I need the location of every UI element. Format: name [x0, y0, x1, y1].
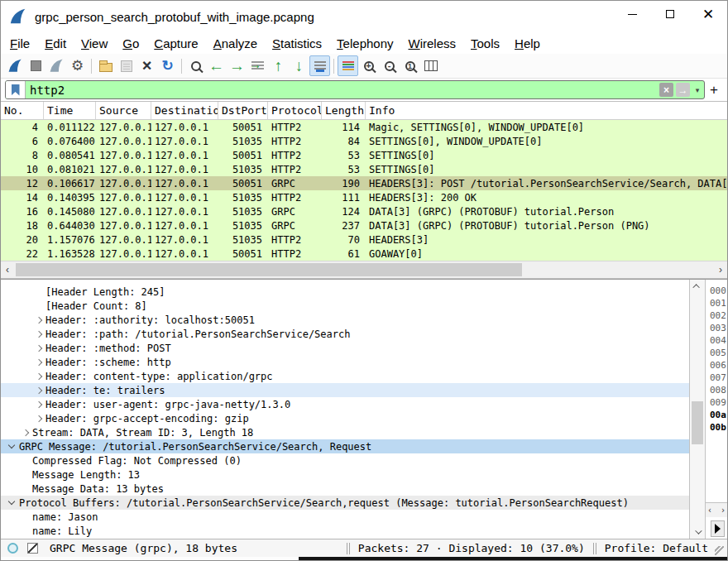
filter-dropdown-button[interactable]: ▾ — [692, 86, 702, 94]
scroll-right-icon[interactable]: › — [714, 261, 727, 278]
chevron-right-icon[interactable] — [32, 369, 46, 383]
go-first-icon[interactable] — [268, 55, 289, 76]
menu-help[interactable]: Help — [507, 35, 548, 52]
detail-line[interactable]: Header: :scheme: http — [1, 355, 689, 369]
detail-line[interactable]: Header: grpc-accept-encoding: gzip — [1, 411, 689, 425]
detail-line[interactable]: Header: te: trailers — [1, 383, 689, 397]
chevron-right-icon[interactable] — [32, 327, 46, 341]
scroll-up-icon[interactable] — [690, 280, 705, 293]
packet-row-18[interactable]: 180.644030127.0.0.1127.0.0.151035GRPC237… — [1, 218, 727, 233]
filter-clear-button[interactable]: × — [659, 83, 673, 97]
chevron-right-icon[interactable] — [32, 313, 46, 327]
packet-list-hscrollbar[interactable]: ‹ › — [1, 261, 727, 279]
detail-line[interactable]: Protocol Buffers: /tutorial.PersonSearch… — [1, 496, 689, 510]
bytes-scroll-left-icon[interactable]: ‹ — [707, 506, 712, 515]
packet-row-14[interactable]: 140.140395127.0.0.1127.0.0.151035HTTP211… — [1, 190, 727, 204]
vscroll-thumb[interactable] — [692, 401, 703, 444]
chevron-right-icon[interactable] — [32, 397, 46, 411]
status-profile[interactable]: Profile: Default — [605, 542, 708, 554]
open-file-icon[interactable] — [95, 55, 116, 76]
save-file-icon[interactable] — [116, 55, 136, 76]
menu-file[interactable]: File — [2, 35, 37, 52]
close-button[interactable]: ✕ — [689, 1, 727, 27]
menu-capture[interactable]: Capture — [146, 35, 205, 52]
restart-capture-icon[interactable] — [46, 55, 67, 76]
column-header-no[interactable]: No. — [1, 102, 44, 119]
wireshark-fin-icon[interactable] — [5, 55, 26, 76]
detail-line[interactable]: [Header Length: 245] — [1, 285, 689, 299]
packet-row-10[interactable]: 100.081021127.0.0.1127.0.0.151035HTTP253… — [1, 162, 727, 176]
stop-capture-icon[interactable] — [26, 55, 46, 76]
detail-line[interactable]: Message Data: 13 bytes — [1, 482, 689, 496]
menu-analyze[interactable]: Analyze — [206, 35, 265, 52]
column-header-length[interactable]: Length — [322, 102, 366, 119]
zoom-in-icon[interactable] — [358, 55, 379, 76]
capture-options-icon[interactable] — [67, 55, 88, 76]
detail-line[interactable]: Header: content-type: application/grpc — [1, 369, 689, 383]
close-capture-icon[interactable] — [136, 55, 157, 76]
menu-telephony[interactable]: Telephony — [329, 35, 400, 52]
chevron-right-icon[interactable] — [19, 425, 32, 439]
menu-statistics[interactable]: Statistics — [265, 35, 329, 52]
expand-pane-button[interactable] — [711, 520, 725, 537]
reload-icon[interactable] — [157, 55, 178, 76]
column-header-time[interactable]: Time — [44, 102, 96, 119]
chevron-down-icon[interactable] — [6, 496, 19, 510]
resize-grip[interactable] — [715, 546, 724, 555]
packet-row-12[interactable]: 120.106617127.0.0.1127.0.0.150051GRPC190… — [1, 176, 727, 190]
packet-row-4[interactable]: 40.011122127.0.0.1127.0.0.150051HTTP2114… — [1, 120, 727, 134]
column-header-info[interactable]: Info — [366, 102, 727, 119]
column-header-destination[interactable]: Destination — [151, 102, 218, 119]
menu-edit[interactable]: Edit — [37, 35, 74, 52]
minimize-button[interactable] — [613, 1, 651, 27]
go-to-packet-icon[interactable] — [247, 55, 268, 76]
detail-line[interactable]: [Header Count: 8] — [1, 299, 689, 313]
menu-wireless[interactable]: Wireless — [401, 35, 464, 52]
find-packet-icon[interactable] — [185, 55, 206, 76]
colorize-icon[interactable] — [338, 55, 358, 76]
detail-line[interactable]: Compressed Flag: Not Compressed (0) — [1, 453, 689, 468]
resize-columns-icon[interactable] — [420, 55, 441, 76]
go-forward-icon[interactable] — [227, 55, 247, 76]
detail-line[interactable]: name: Jason — [1, 510, 689, 524]
detail-line[interactable]: GRPC Message: /tutorial.PersonSearchServ… — [1, 439, 689, 453]
detail-line[interactable]: Header: :authority: localhost:50051 — [1, 313, 689, 327]
packet-row-20[interactable]: 201.157076127.0.0.1127.0.0.151035HTTP270… — [1, 233, 727, 247]
auto-scroll-icon[interactable] — [309, 55, 330, 76]
detail-line[interactable]: Header: user-agent: grpc-java-netty/1.3.… — [1, 397, 689, 411]
maximize-button[interactable] — [651, 1, 689, 27]
chevron-right-icon[interactable] — [32, 341, 46, 355]
chevron-down-icon[interactable] — [6, 439, 19, 453]
bytes-scroll-right-icon[interactable]: › — [721, 506, 726, 515]
hscroll-thumb[interactable] — [16, 263, 522, 276]
go-back-icon[interactable] — [206, 55, 227, 76]
detail-line[interactable]: name: Lily — [1, 524, 689, 538]
column-header-dstport[interactable]: DstPort — [218, 102, 268, 119]
column-header-source[interactable]: Source — [96, 102, 151, 119]
expert-info-icon[interactable] — [7, 543, 18, 554]
capture-comment-icon[interactable] — [27, 543, 38, 554]
bytes-hscrollbar[interactable]: ‹ › — [706, 502, 727, 517]
packet-row-8[interactable]: 80.080541127.0.0.1127.0.0.150051HTTP253S… — [1, 148, 727, 162]
packet-row-6[interactable]: 60.076400127.0.0.1127.0.0.151035HTTP284S… — [1, 134, 727, 148]
packet-row-16[interactable]: 160.145080127.0.0.1127.0.0.151035GRPC124… — [1, 204, 727, 218]
detail-line[interactable]: Message Length: 13 — [1, 468, 689, 482]
menu-tools[interactable]: Tools — [463, 35, 507, 52]
scroll-down-icon[interactable] — [690, 525, 705, 539]
details-vscrollbar[interactable] — [689, 280, 706, 539]
detail-line[interactable]: Header: :method: POST — [1, 341, 689, 355]
menu-go[interactable]: Go — [115, 35, 146, 52]
detail-line[interactable]: Stream: DATA, Stream ID: 3, Length 18 — [1, 425, 689, 439]
filter-apply-button[interactable]: → — [676, 83, 690, 97]
chevron-right-icon[interactable] — [32, 355, 46, 369]
scroll-left-icon[interactable]: ‹ — [1, 261, 14, 278]
filter-add-button[interactable]: + — [705, 82, 723, 98]
zoom-out-icon[interactable] — [379, 55, 400, 76]
filter-bookmark-button[interactable] — [6, 81, 26, 98]
chevron-right-icon[interactable] — [32, 411, 46, 425]
menu-view[interactable]: View — [74, 35, 115, 52]
chevron-right-icon[interactable] — [32, 383, 46, 397]
column-header-protocol[interactable]: Protocol — [268, 102, 322, 119]
go-last-icon[interactable] — [289, 55, 309, 76]
zoom-original-icon[interactable] — [400, 55, 420, 76]
